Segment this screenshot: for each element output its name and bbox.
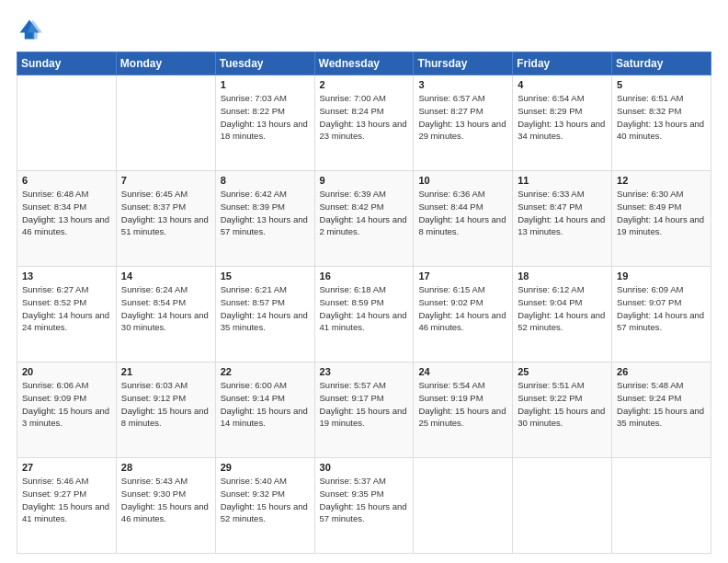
day-number: 19 bbox=[617, 270, 706, 282]
calendar-week-row: 6Sunrise: 6:48 AM Sunset: 8:34 PM Daylig… bbox=[17, 171, 711, 267]
calendar-cell: 8Sunrise: 6:42 AM Sunset: 8:39 PM Daylig… bbox=[215, 171, 314, 267]
day-number: 13 bbox=[22, 270, 111, 282]
day-info: Sunrise: 6:27 AM Sunset: 8:52 PM Dayligh… bbox=[22, 283, 111, 334]
calendar-cell bbox=[414, 458, 513, 554]
day-number: 15 bbox=[221, 270, 310, 282]
calendar-cell: 5Sunrise: 6:51 AM Sunset: 8:32 PM Daylig… bbox=[612, 75, 711, 171]
day-info: Sunrise: 6:00 AM Sunset: 9:14 PM Dayligh… bbox=[221, 379, 310, 430]
day-number: 21 bbox=[121, 366, 210, 377]
calendar-cell: 11Sunrise: 6:33 AM Sunset: 8:47 PM Dayli… bbox=[513, 171, 612, 267]
day-info: Sunrise: 6:36 AM Sunset: 8:44 PM Dayligh… bbox=[418, 188, 507, 238]
calendar-cell: 13Sunrise: 6:27 AM Sunset: 8:52 PM Dayli… bbox=[17, 267, 117, 362]
day-info: Sunrise: 6:21 AM Sunset: 8:57 PM Dayligh… bbox=[221, 283, 310, 334]
day-info: Sunrise: 6:33 AM Sunset: 8:47 PM Dayligh… bbox=[518, 188, 607, 238]
day-number: 4 bbox=[518, 79, 607, 90]
day-number: 14 bbox=[121, 270, 210, 282]
day-info: Sunrise: 5:51 AM Sunset: 9:22 PM Dayligh… bbox=[518, 379, 607, 430]
day-number: 22 bbox=[221, 366, 310, 377]
calendar-week-row: 1Sunrise: 7:03 AM Sunset: 8:22 PM Daylig… bbox=[17, 75, 711, 171]
day-number: 16 bbox=[320, 270, 409, 282]
day-number: 6 bbox=[22, 175, 111, 186]
day-number: 18 bbox=[518, 270, 607, 282]
day-info: Sunrise: 5:40 AM Sunset: 9:32 PM Dayligh… bbox=[221, 475, 310, 525]
calendar-day-header: Tuesday bbox=[215, 52, 314, 75]
day-info: Sunrise: 5:54 AM Sunset: 9:19 PM Dayligh… bbox=[418, 379, 507, 430]
day-info: Sunrise: 6:45 AM Sunset: 8:37 PM Dayligh… bbox=[121, 188, 210, 238]
day-info: Sunrise: 6:09 AM Sunset: 9:07 PM Dayligh… bbox=[617, 283, 706, 334]
calendar-cell: 2Sunrise: 7:00 AM Sunset: 8:24 PM Daylig… bbox=[314, 75, 414, 171]
calendar-cell: 10Sunrise: 6:36 AM Sunset: 8:44 PM Dayli… bbox=[414, 171, 513, 267]
calendar-cell: 7Sunrise: 6:45 AM Sunset: 8:37 PM Daylig… bbox=[116, 171, 215, 267]
calendar-cell: 3Sunrise: 6:57 AM Sunset: 8:27 PM Daylig… bbox=[414, 75, 513, 171]
calendar-cell: 6Sunrise: 6:48 AM Sunset: 8:34 PM Daylig… bbox=[17, 171, 117, 267]
calendar-day-header: Wednesday bbox=[314, 52, 414, 75]
day-info: Sunrise: 5:43 AM Sunset: 9:30 PM Dayligh… bbox=[121, 475, 210, 525]
calendar-week-row: 27Sunrise: 5:46 AM Sunset: 9:27 PM Dayli… bbox=[17, 458, 711, 554]
day-number: 29 bbox=[221, 462, 310, 473]
day-info: Sunrise: 6:24 AM Sunset: 8:54 PM Dayligh… bbox=[121, 283, 210, 334]
day-number: 28 bbox=[121, 462, 210, 473]
day-number: 11 bbox=[518, 175, 607, 186]
calendar-cell: 25Sunrise: 5:51 AM Sunset: 9:22 PM Dayli… bbox=[513, 362, 612, 458]
calendar-week-row: 20Sunrise: 6:06 AM Sunset: 9:09 PM Dayli… bbox=[17, 362, 711, 458]
day-info: Sunrise: 6:42 AM Sunset: 8:39 PM Dayligh… bbox=[221, 188, 310, 238]
calendar-cell: 27Sunrise: 5:46 AM Sunset: 9:27 PM Dayli… bbox=[17, 458, 117, 554]
calendar-cell: 20Sunrise: 6:06 AM Sunset: 9:09 PM Dayli… bbox=[17, 362, 117, 458]
calendar-cell: 23Sunrise: 5:57 AM Sunset: 9:17 PM Dayli… bbox=[314, 362, 414, 458]
calendar-day-header: Sunday bbox=[17, 52, 117, 75]
calendar-cell: 9Sunrise: 6:39 AM Sunset: 8:42 PM Daylig… bbox=[314, 171, 414, 267]
day-info: Sunrise: 6:03 AM Sunset: 9:12 PM Dayligh… bbox=[121, 379, 210, 430]
day-info: Sunrise: 6:54 AM Sunset: 8:29 PM Dayligh… bbox=[518, 92, 607, 143]
day-number: 5 bbox=[617, 79, 706, 90]
day-number: 17 bbox=[418, 270, 507, 282]
day-number: 20 bbox=[22, 366, 111, 377]
day-number: 26 bbox=[617, 366, 706, 377]
day-info: Sunrise: 5:37 AM Sunset: 9:35 PM Dayligh… bbox=[320, 475, 409, 525]
day-number: 30 bbox=[320, 462, 409, 473]
calendar-cell: 29Sunrise: 5:40 AM Sunset: 9:32 PM Dayli… bbox=[215, 458, 314, 554]
day-number: 3 bbox=[418, 79, 507, 90]
calendar-week-row: 13Sunrise: 6:27 AM Sunset: 8:52 PM Dayli… bbox=[17, 267, 711, 362]
day-info: Sunrise: 6:51 AM Sunset: 8:32 PM Dayligh… bbox=[617, 92, 706, 143]
day-info: Sunrise: 6:06 AM Sunset: 9:09 PM Dayligh… bbox=[22, 379, 111, 430]
day-number: 1 bbox=[221, 79, 310, 90]
calendar-day-header: Saturday bbox=[612, 52, 711, 75]
day-info: Sunrise: 7:03 AM Sunset: 8:22 PM Dayligh… bbox=[221, 92, 310, 143]
calendar-cell: 15Sunrise: 6:21 AM Sunset: 8:57 PM Dayli… bbox=[215, 267, 314, 362]
day-info: Sunrise: 6:18 AM Sunset: 8:59 PM Dayligh… bbox=[320, 283, 409, 334]
day-info: Sunrise: 6:12 AM Sunset: 9:04 PM Dayligh… bbox=[518, 283, 607, 334]
calendar-cell: 24Sunrise: 5:54 AM Sunset: 9:19 PM Dayli… bbox=[414, 362, 513, 458]
logo-icon bbox=[17, 17, 42, 42]
day-info: Sunrise: 6:15 AM Sunset: 9:02 PM Dayligh… bbox=[418, 283, 507, 334]
calendar-cell: 28Sunrise: 5:43 AM Sunset: 9:30 PM Dayli… bbox=[116, 458, 215, 554]
logo bbox=[17, 17, 46, 42]
calendar-cell: 1Sunrise: 7:03 AM Sunset: 8:22 PM Daylig… bbox=[215, 75, 314, 171]
day-number: 2 bbox=[320, 79, 409, 90]
day-number: 8 bbox=[221, 175, 310, 186]
calendar-cell bbox=[612, 458, 711, 554]
day-number: 7 bbox=[121, 175, 210, 186]
calendar-cell: 12Sunrise: 6:30 AM Sunset: 8:49 PM Dayli… bbox=[612, 171, 711, 267]
calendar-cell bbox=[116, 75, 215, 171]
day-number: 9 bbox=[320, 175, 409, 186]
calendar-cell: 17Sunrise: 6:15 AM Sunset: 9:02 PM Dayli… bbox=[414, 267, 513, 362]
day-info: Sunrise: 7:00 AM Sunset: 8:24 PM Dayligh… bbox=[320, 92, 409, 143]
calendar-cell bbox=[17, 75, 117, 171]
calendar-day-header: Thursday bbox=[414, 52, 513, 75]
calendar-cell: 30Sunrise: 5:37 AM Sunset: 9:35 PM Dayli… bbox=[314, 458, 414, 554]
calendar: SundayMondayTuesdayWednesdayThursdayFrid… bbox=[17, 52, 711, 554]
day-info: Sunrise: 6:57 AM Sunset: 8:27 PM Dayligh… bbox=[418, 92, 507, 143]
calendar-cell: 22Sunrise: 6:00 AM Sunset: 9:14 PM Dayli… bbox=[215, 362, 314, 458]
day-info: Sunrise: 6:30 AM Sunset: 8:49 PM Dayligh… bbox=[617, 188, 706, 238]
calendar-cell bbox=[513, 458, 612, 554]
day-info: Sunrise: 6:48 AM Sunset: 8:34 PM Dayligh… bbox=[22, 188, 111, 238]
day-number: 23 bbox=[320, 366, 409, 377]
calendar-cell: 19Sunrise: 6:09 AM Sunset: 9:07 PM Dayli… bbox=[612, 267, 711, 362]
calendar-cell: 14Sunrise: 6:24 AM Sunset: 8:54 PM Dayli… bbox=[116, 267, 215, 362]
calendar-cell: 4Sunrise: 6:54 AM Sunset: 8:29 PM Daylig… bbox=[513, 75, 612, 171]
calendar-cell: 16Sunrise: 6:18 AM Sunset: 8:59 PM Dayli… bbox=[314, 267, 414, 362]
calendar-header-row: SundayMondayTuesdayWednesdayThursdayFrid… bbox=[17, 52, 711, 75]
day-number: 25 bbox=[518, 366, 607, 377]
day-number: 27 bbox=[22, 462, 111, 473]
day-info: Sunrise: 5:46 AM Sunset: 9:27 PM Dayligh… bbox=[22, 475, 111, 525]
